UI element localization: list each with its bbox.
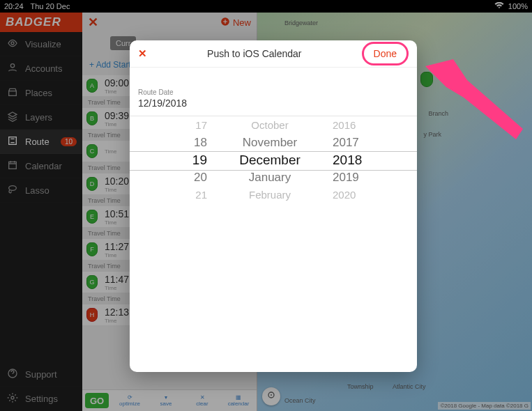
picker-selected-row: 19December2018 xyxy=(130,151,417,169)
push-calendar-modal: ✕ Push to iOS Calendar Done Route Date 1… xyxy=(130,40,417,372)
done-button[interactable]: Done xyxy=(362,42,409,65)
modal-close-icon[interactable]: ✕ xyxy=(138,47,147,60)
field-label: Route Date xyxy=(138,88,409,96)
date-picker[interactable]: 17October2016 18November2017 19December2… xyxy=(130,116,417,207)
picker-year: 2018 xyxy=(333,153,367,168)
field-value: 12/19/2018 xyxy=(138,98,409,109)
modal-title: Push to iOS Calendar xyxy=(147,48,362,59)
picker-day: 19 xyxy=(179,153,207,168)
picker-month: December xyxy=(235,153,305,168)
route-date-field[interactable]: Route Date 12/19/2018 xyxy=(130,83,417,116)
